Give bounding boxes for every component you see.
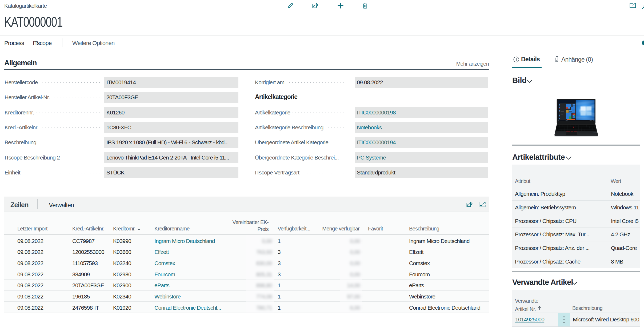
svg-text:Lenovo: Lenovo bbox=[594, 132, 598, 134]
